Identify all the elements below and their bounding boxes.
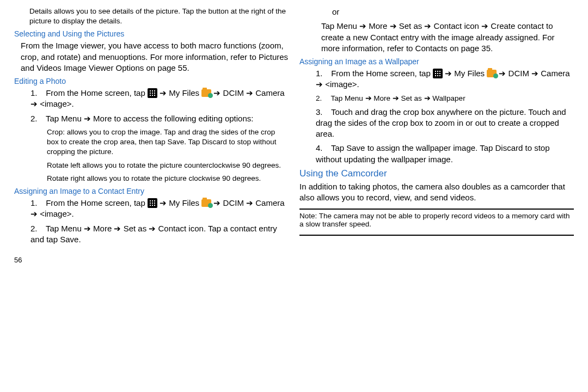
text: From the Home screen, — [331, 69, 419, 78]
num-2b: 2. — [30, 223, 44, 234]
wallpaper-step-1: 1. From the Home screen, tap ➔ My Files … — [316, 68, 574, 90]
note-text: The camera may not be able to properly r… — [299, 212, 570, 228]
text: Menu ➔ More ➔ Set as ➔ Contact icon ➔ Cr… — [336, 21, 544, 30]
page-number: 56 — [14, 256, 289, 264]
text: menu — [99, 52, 119, 62]
crop-desc: Crop: allows you to crop the image. Tap … — [47, 127, 289, 157]
heading-assign-wallpaper: Assigning an Image as a Wallpaper — [299, 57, 574, 66]
camcorder-paragraph: In addition to taking photos, the camera… — [299, 181, 574, 204]
divider-bottom — [299, 235, 574, 236]
apps-grid-icon — [148, 198, 157, 208]
text: From the Home screen, — [46, 88, 134, 97]
note-label: Note: — [299, 212, 317, 220]
apps-grid-icon — [148, 88, 157, 98]
num-2: 2. — [30, 113, 44, 124]
heading-selecting: Selecting and Using the Pictures — [14, 29, 289, 38]
text: tap — [134, 198, 145, 207]
note-block: Note: The camera may not be able to prop… — [299, 212, 574, 229]
wallpaper-step-4: 4. Tap Save to assign the wallpaper imag… — [316, 143, 574, 165]
num-1: 1. — [30, 88, 44, 99]
my-files-icon — [201, 89, 211, 97]
wallpaper-step-3: 3. Touch and drag the crop box anywhere … — [316, 107, 574, 140]
text: Tap — [46, 114, 61, 123]
selecting-paragraph: From the Image viewer, you have access t… — [21, 40, 289, 74]
text: tap — [419, 69, 431, 78]
text: on page 35. — [448, 44, 493, 53]
assign-contact-step-1: 1. From the Home screen, tap ➔ My Files … — [30, 198, 289, 220]
divider-top — [299, 209, 574, 210]
text: Save — [346, 143, 367, 152]
text: Tap — [46, 224, 61, 233]
text: From the Home screen, — [46, 198, 134, 207]
text: Menu ➔ More ➔ Set as ➔ Wallpaper — [345, 94, 465, 102]
text: . For more information, refer to — [145, 52, 259, 62]
assign-contact-step-2: 2. Tap Menu ➔ More ➔ Set as ➔ Contact ic… — [30, 223, 289, 246]
text: Touch and drag the crop box anywhere on … — [316, 107, 566, 139]
text: Contacts — [415, 44, 448, 53]
text: Menu ➔ More — [61, 114, 114, 123]
heading-editing: Editing a Photo — [14, 77, 289, 85]
text: Tap — [331, 94, 345, 102]
text: to assign the wallpaper image. Tap — [367, 143, 495, 152]
text: Discard — [495, 143, 525, 152]
num-3c: 3. — [316, 107, 329, 118]
my-files-icon — [201, 199, 211, 207]
rotate-left-desc: Rotate left allows you to rotate the pic… — [47, 161, 289, 170]
or-paragraph: Tap Menu ➔ More ➔ Set as ➔ Contact icon … — [321, 21, 574, 54]
text: Tap — [331, 143, 346, 152]
or-label: or — [332, 7, 574, 17]
text: ➔ My Files — [445, 69, 487, 78]
text: formation, refer to — [348, 44, 415, 53]
text: to access the following editing options: — [114, 114, 253, 123]
edit-step-2: 2. Tap Menu ➔ More to access the followi… — [30, 113, 289, 124]
apps-grid-icon — [433, 69, 443, 78]
num-4c: 4. — [316, 143, 329, 154]
text: Menu ➔ More ➔ Set as ➔ Contact icon — [61, 224, 204, 233]
text: tap — [134, 88, 145, 97]
text: ➔ My Files — [160, 88, 201, 97]
my-files-icon — [487, 70, 497, 77]
text: Tap — [321, 21, 336, 30]
text: options — [119, 52, 145, 62]
text: ➔ My Files — [160, 198, 201, 207]
rotate-right-desc: Rotate right allows you to rotate the pi… — [47, 174, 289, 183]
num-1b: 1. — [30, 198, 44, 209]
num-2c: 2. — [316, 94, 329, 103]
wallpaper-step-2: 2. Tap Menu ➔ More ➔ Set as ➔ Wallpaper — [316, 94, 574, 103]
edit-step-1: 1. From the Home screen, tap ➔ My Files … — [30, 88, 289, 110]
num-1c: 1. — [316, 68, 329, 79]
details-text: Details allows you to see details of the… — [29, 7, 289, 26]
text: on page 55. — [144, 63, 189, 72]
heading-assign-contact: Assigning an Image to a Contact Entry — [14, 187, 289, 195]
heading-camcorder: Using the Camcorder — [299, 168, 574, 179]
